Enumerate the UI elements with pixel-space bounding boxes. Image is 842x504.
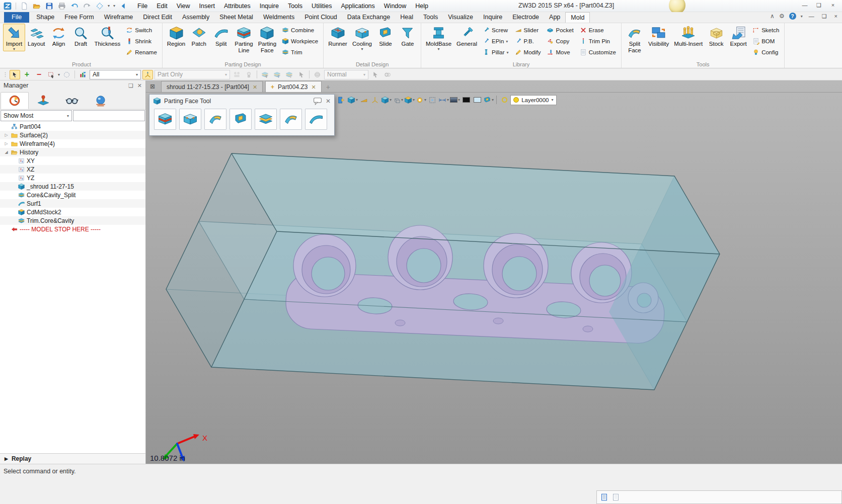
parting-face-tool-button-1[interactable] [154,109,176,130]
ribbon-tab-weldments[interactable]: Weldments [258,12,299,23]
manager-close-icon[interactable]: ✕ [137,82,142,89]
pick-arrow-button[interactable] [10,70,20,79]
new-file-icon[interactable] [20,2,29,11]
manager-tab-history[interactable] [1,92,29,109]
blue-swatch-icon[interactable] [472,95,482,105]
switch-button[interactable]: Switch [124,25,159,35]
epin-dropdown-caret[interactable]: ▾ [506,39,508,44]
workpiece-button[interactable]: Workpiece [280,36,320,46]
ribbon-tab-shape[interactable]: Shape [31,12,59,23]
combine-button[interactable]: Combine [280,25,320,35]
ribbon-tab-data-exchange[interactable]: Data Exchange [342,12,395,23]
shaded-cube-icon[interactable]: ▾ [381,95,392,105]
slider-button[interactable]: Slider [513,25,543,35]
slide-button[interactable]: Slide [374,24,397,48]
rename-button[interactable]: Rename [124,47,159,57]
lasso-select-button[interactable] [61,70,72,79]
ribbon-tab-visualize[interactable]: Visualize [443,12,478,23]
menu-inquire[interactable]: Inquire [255,1,283,11]
filter-colors-button[interactable] [78,70,88,79]
manager-tab-role[interactable] [87,92,115,109]
palette-header[interactable]: Parting Face Tool ✕ [149,95,334,107]
thickness-button[interactable]: Thickness [92,24,123,48]
material-icon[interactable]: ▾ [483,95,494,105]
tree-row-surf1[interactable]: Surf1 [0,199,145,208]
screw-button[interactable]: Screw [481,25,511,35]
sketch-button[interactable]: Sketch [750,25,781,35]
export-button[interactable]: Export [727,24,749,48]
document-tab-part004[interactable]: + Part004.Z3 ✕ [265,81,322,92]
customize-button[interactable]: Customize [578,47,618,57]
menu-attributes[interactable]: Attributes [219,1,255,11]
manager-tab-visual[interactable] [58,92,86,109]
quick-access-dropdown-caret[interactable]: ▾ [108,4,110,8]
split-button[interactable]: Split [210,24,232,48]
tree-row-surface[interactable]: ▷Surface(2) [0,131,145,139]
tree-row-wireframe[interactable]: ▷Wireframe(4) [0,139,145,148]
new-tab-button[interactable]: + [324,83,332,92]
document-restore-button[interactable]: ❏ [820,13,828,20]
toolbar-collapse-icon[interactable]: ▾ [113,4,115,8]
window-select-button[interactable] [46,70,56,79]
window-restore-button[interactable]: ❏ [812,0,826,10]
document-tab-shroud[interactable]: shroud 11-27-15.Z3 - [Part004] ✕ [161,81,263,92]
viewport[interactable]: X Z 10.8072 in ⊠ shroud 11-27-15.Z3 - [P… [146,80,842,464]
ribbon-tab-tools[interactable]: Tools [418,12,443,23]
palette-close-icon[interactable]: ✕ [326,98,331,105]
menu-file[interactable]: File [133,1,152,11]
parting-face-tool-button-2[interactable] [179,109,201,130]
bom-button[interactable]: BOM [750,36,781,46]
pillar-dropdown-caret[interactable]: ▾ [507,50,509,55]
triad-icon[interactable] [370,95,380,105]
tree-row-trim-core-cavity[interactable]: Trim.Core&Cavity [0,216,145,225]
document-close-button[interactable]: × [833,13,839,19]
erase-button[interactable]: Erase [578,25,618,35]
menu-tools[interactable]: Tools [283,1,307,11]
trim-pin-button[interactable]: Trim Pin [578,36,618,46]
parting-face-tool-button-6[interactable] [280,109,302,130]
back-arrow-icon[interactable] [119,2,128,11]
copy-button[interactable]: Copy [545,36,575,46]
tree-row-yz[interactable]: YZ [0,174,145,182]
filter-scope-select[interactable]: All▾ [90,70,141,79]
parting-face-tool-button-3[interactable] [204,109,226,130]
menu-view[interactable]: View [172,1,195,11]
ribbon-tab-electrode[interactable]: Electrode [507,12,544,23]
ucs-axes-button[interactable] [142,70,153,79]
tree-row-model-stop[interactable]: ----- MODEL STOP HERE ----- [0,225,145,233]
multi-insert-button[interactable]: Multi-Insert [671,24,705,48]
pb-button[interactable]: P.B. [513,36,543,46]
menu-window[interactable]: Window [379,1,411,11]
import-button[interactable]: Import ▾ [3,24,25,51]
collapse-arrow-icon[interactable]: ◢ [4,150,9,154]
doc-page-blue-icon[interactable] [600,493,608,501]
parting-line-button[interactable]: Parting Line [232,24,255,54]
ribbon-tab-heal[interactable]: Heal [395,12,418,23]
tree-row-shroud[interactable]: _shroud 11-27-15 [0,182,145,191]
zoom-circle-icon[interactable]: ▾ [416,95,426,105]
manager-float-icon[interactable]: ❏ [128,82,133,89]
parting-face-tool-button-5[interactable] [255,109,277,130]
window-minimize-button[interactable]: — [798,0,812,10]
add-selection-button[interactable]: + [22,70,32,79]
ribbon-tab-inquire[interactable]: Inquire [478,12,507,23]
show-most-select[interactable]: Show Most▾ [1,110,72,121]
tree-row-part004[interactable]: Part004 [0,122,145,131]
ribbon-tab-wireframe[interactable]: Wireframe [99,12,138,23]
moldbase-dropdown-caret[interactable]: ▾ [438,47,440,51]
parting-face-tool-button-4[interactable] [229,109,252,130]
parting-face-tool-button-7[interactable] [305,109,327,130]
ribbon-collapse-icon[interactable]: ∧ [770,13,775,20]
tabstrip-close-icon[interactable]: ⊠ [150,83,155,90]
tree-row-core-cavity-split[interactable]: Core&Cavity_Split [0,191,145,199]
stock-button[interactable]: Stock [705,24,727,48]
selection-diamond-icon[interactable] [95,2,104,11]
layout-button[interactable]: Layout [25,24,48,48]
layer-select[interactable]: Layer0000 ▾ [510,95,556,105]
undo-icon[interactable] [70,2,79,11]
comment-bubble-icon[interactable] [314,97,322,105]
moldbase-button[interactable]: MoldBase ▾ [423,24,454,51]
ribbon-tab-assembly[interactable]: Assembly [177,12,214,23]
tab-close-icon[interactable]: ✕ [311,84,316,91]
expand-arrow-icon[interactable]: ▷ [4,133,9,137]
